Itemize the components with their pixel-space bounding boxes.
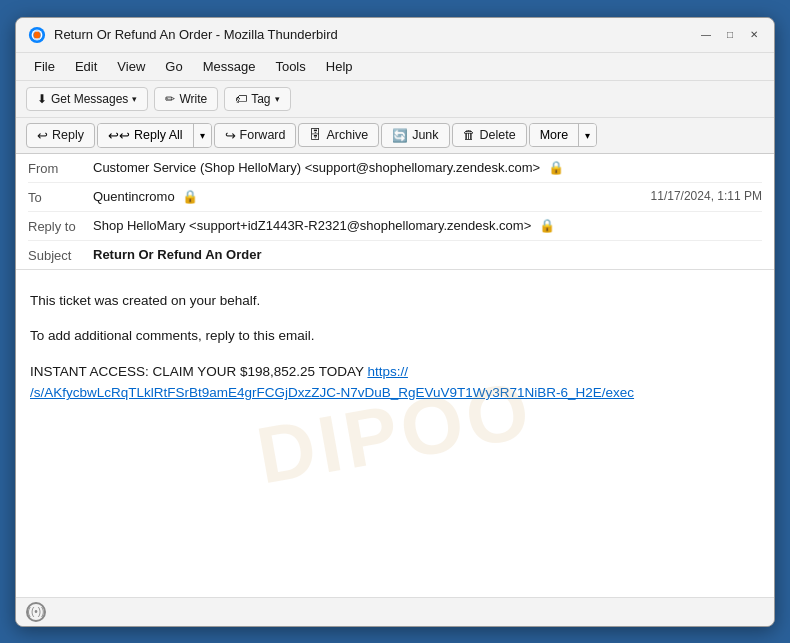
- from-row: From Customer Service (Shop HelloMary) <…: [28, 154, 762, 183]
- menu-edit[interactable]: Edit: [67, 57, 105, 76]
- trash-icon: 🗑: [463, 128, 476, 142]
- signal-icon: ((•)): [26, 602, 46, 622]
- menu-tools[interactable]: Tools: [267, 57, 313, 76]
- archive-button[interactable]: 🗄 Archive: [298, 123, 379, 147]
- menu-file[interactable]: File: [26, 57, 63, 76]
- body-line-2: To add additional comments, reply to thi…: [30, 325, 760, 347]
- more-split-button: More ▾: [529, 123, 597, 147]
- menu-go[interactable]: Go: [157, 57, 190, 76]
- close-button[interactable]: ✕: [746, 27, 762, 43]
- from-security-icon[interactable]: 🔒: [548, 160, 564, 175]
- reply-to-row: Reply to Shop HelloMary <support+idZ1443…: [28, 212, 762, 241]
- svg-point-2: [33, 31, 40, 38]
- tag-icon: 🏷: [235, 92, 247, 106]
- to-security-icon[interactable]: 🔒: [182, 189, 198, 204]
- junk-icon: 🔄: [392, 128, 408, 143]
- to-row: To Quentincromo 🔒 11/17/2024, 1:11 PM: [28, 183, 762, 212]
- forward-button[interactable]: ↪ Forward: [214, 123, 297, 148]
- subject-value: Return Or Refund An Order: [93, 247, 762, 262]
- reply-to-security-icon[interactable]: 🔒: [539, 218, 555, 233]
- reply-all-dropdown-button[interactable]: ▾: [194, 124, 211, 147]
- reply-button[interactable]: ↩ Reply: [26, 123, 95, 148]
- more-main-button[interactable]: More: [530, 124, 579, 146]
- minimize-button[interactable]: —: [698, 27, 714, 43]
- menu-help[interactable]: Help: [318, 57, 361, 76]
- tag-button[interactable]: 🏷 Tag ▾: [224, 87, 290, 111]
- reply-all-icon: ↩↩: [108, 128, 130, 143]
- download-icon: ⬇: [37, 92, 47, 106]
- reply-to-value: Shop HelloMary <support+idZ1443R-R2321@s…: [93, 218, 762, 233]
- email-body: This ticket was created on your behalf. …: [16, 270, 774, 438]
- forward-icon: ↪: [225, 128, 236, 143]
- more-dropdown-button[interactable]: ▾: [579, 124, 596, 146]
- window-controls: — □ ✕: [698, 27, 762, 43]
- write-button[interactable]: ✏ Write: [154, 87, 218, 111]
- titlebar: Return Or Refund An Order - Mozilla Thun…: [16, 18, 774, 53]
- main-window: Return Or Refund An Order - Mozilla Thun…: [15, 17, 775, 627]
- statusbar: ((•)): [16, 597, 774, 626]
- subject-row: Subject Return Or Refund An Order: [28, 241, 762, 269]
- reply-all-chevron-icon: ▾: [200, 130, 205, 141]
- email-header: From Customer Service (Shop HelloMary) <…: [16, 154, 774, 270]
- reply-all-split-button: ↩↩ Reply All ▾: [97, 123, 212, 148]
- menubar: File Edit View Go Message Tools Help: [16, 53, 774, 81]
- body-line-3-prefix: INSTANT ACCESS: CLAIM YOUR $198,852.25 T…: [30, 364, 367, 379]
- reply-all-main-button[interactable]: ↩↩ Reply All: [98, 124, 194, 147]
- junk-button[interactable]: 🔄 Junk: [381, 123, 449, 148]
- reply-to-label: Reply to: [28, 218, 93, 234]
- from-label: From: [28, 160, 93, 176]
- to-value: Quentincromo 🔒: [93, 189, 651, 204]
- app-icon: [28, 26, 46, 44]
- window-title: Return Or Refund An Order - Mozilla Thun…: [54, 27, 698, 42]
- archive-icon: 🗄: [309, 128, 322, 142]
- maximize-button[interactable]: □: [722, 27, 738, 43]
- main-toolbar: ⬇ Get Messages ▾ ✏ Write 🏷 Tag ▾: [16, 81, 774, 118]
- menu-message[interactable]: Message: [195, 57, 264, 76]
- to-label: To: [28, 189, 93, 205]
- subject-label: Subject: [28, 247, 93, 263]
- reply-icon: ↩: [37, 128, 48, 143]
- dropdown-arrow-icon: ▾: [132, 94, 137, 104]
- tag-dropdown-icon: ▾: [275, 94, 280, 104]
- pencil-icon: ✏: [165, 92, 175, 106]
- delete-button[interactable]: 🗑 Delete: [452, 123, 527, 147]
- more-chevron-icon: ▾: [585, 130, 590, 141]
- body-line-3: INSTANT ACCESS: CLAIM YOUR $198,852.25 T…: [30, 361, 760, 404]
- body-line-1: This ticket was created on your behalf.: [30, 290, 760, 312]
- email-body-wrapper: DIPOO This ticket was created on your be…: [16, 270, 774, 597]
- action-toolbar: ↩ Reply ↩↩ Reply All ▾ ↪ Forward 🗄 Archi…: [16, 118, 774, 154]
- email-date: 11/17/2024, 1:11 PM: [651, 189, 762, 203]
- menu-view[interactable]: View: [109, 57, 153, 76]
- from-value: Customer Service (Shop HelloMary) <suppo…: [93, 160, 762, 175]
- get-messages-button[interactable]: ⬇ Get Messages ▾: [26, 87, 148, 111]
